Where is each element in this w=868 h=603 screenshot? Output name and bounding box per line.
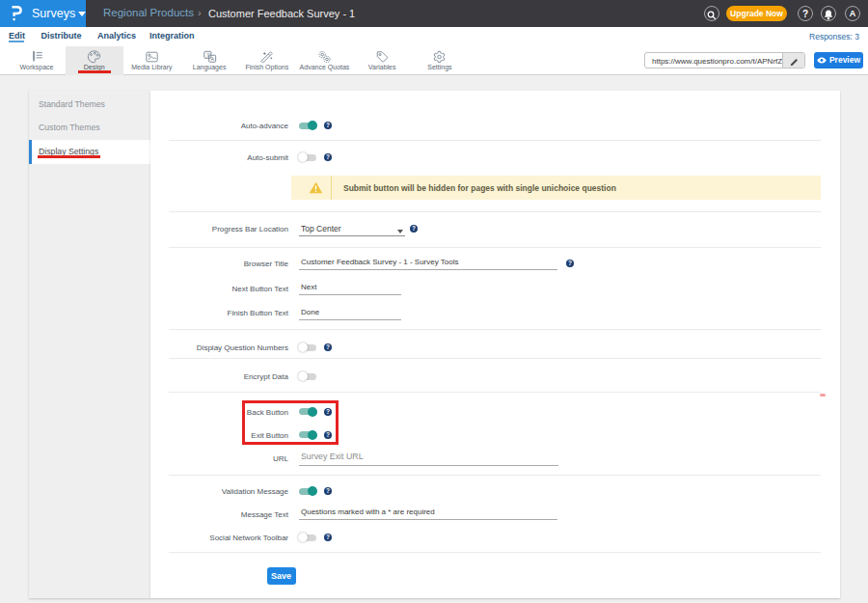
svg-text:A: A [210,55,214,61]
